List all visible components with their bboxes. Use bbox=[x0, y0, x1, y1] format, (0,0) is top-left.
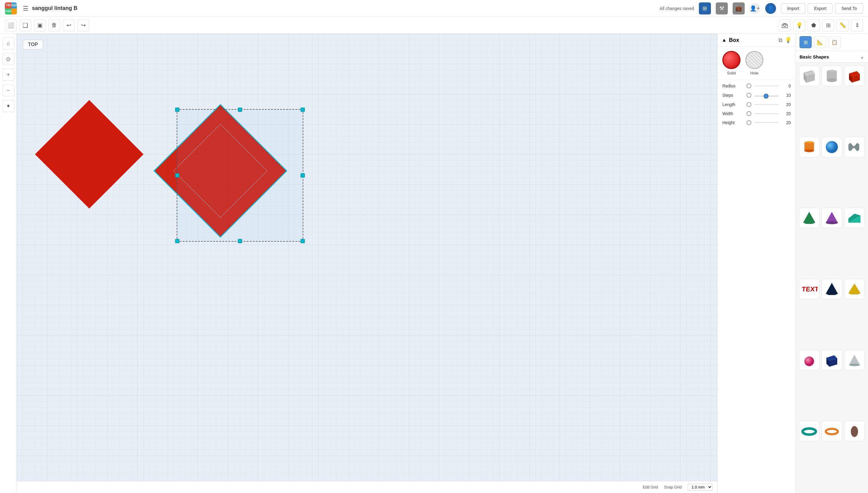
shape-donut-orange[interactable] bbox=[822, 421, 842, 441]
action-buttons: Import Export Send To bbox=[781, 3, 863, 14]
edit-grid-label[interactable]: Edit Grid bbox=[643, 485, 658, 489]
shape-sphere-magenta[interactable] bbox=[799, 350, 820, 370]
mirror-button[interactable]: ⇕ bbox=[851, 19, 863, 31]
bottom-bar: Edit Grid Snap Grid 1.0 mm 0.5 mm 2.0 mm bbox=[17, 481, 717, 493]
add-user-button[interactable]: 👤+ bbox=[749, 3, 760, 14]
solid-label: Solid bbox=[727, 71, 736, 75]
shape-wave-gray[interactable] bbox=[844, 137, 865, 157]
shape-cone-gray[interactable] bbox=[844, 350, 865, 370]
fit-button[interactable]: ⊙ bbox=[2, 53, 15, 65]
shape-header: ▲ Box ⧉ 💡 bbox=[718, 34, 796, 47]
svg-marker-20 bbox=[803, 212, 815, 224]
length-param: Length 20 bbox=[722, 102, 791, 107]
shape-cylinder-gray[interactable] bbox=[822, 66, 842, 86]
solid-option[interactable]: Solid bbox=[722, 51, 740, 75]
steps-label: Steps bbox=[722, 93, 743, 98]
canvas-area[interactable]: TOP bbox=[17, 34, 717, 493]
svg-marker-1 bbox=[35, 100, 144, 209]
grid-tab[interactable]: ⊞ bbox=[800, 36, 812, 48]
project-name[interactable]: sanggul lintang B bbox=[32, 5, 78, 12]
shape-pyramid-green[interactable] bbox=[799, 208, 820, 228]
steps-slider[interactable] bbox=[754, 95, 779, 97]
import-button[interactable]: Import bbox=[781, 3, 806, 14]
light-shape-icon[interactable]: 💡 bbox=[785, 37, 791, 43]
shape-tool-button[interactable]: ⬟ bbox=[808, 19, 820, 31]
shape-torus-teal[interactable] bbox=[799, 421, 820, 441]
grid-view-button[interactable]: ⊞ bbox=[699, 2, 711, 15]
shape-sphere-blue[interactable] bbox=[822, 137, 842, 157]
camera-button[interactable] bbox=[779, 19, 791, 31]
duplicate-button[interactable]: ❑ bbox=[19, 19, 31, 31]
category-dropdown-arrow[interactable]: ⌄ bbox=[860, 53, 864, 60]
logo: TIN KER CAD bbox=[5, 2, 17, 15]
svg-point-22 bbox=[826, 221, 838, 224]
radius-param: Radius 0 bbox=[722, 84, 791, 88]
collapse-up-icon[interactable]: ▲ bbox=[722, 37, 726, 43]
shape-pyramid-yellow[interactable] bbox=[844, 279, 865, 299]
handle-tr[interactable] bbox=[301, 108, 305, 112]
handle-bl[interactable] bbox=[175, 239, 179, 243]
logo-n: CAD bbox=[5, 8, 12, 15]
logo-t: TIN bbox=[5, 2, 12, 8]
save-status: All changes saved bbox=[660, 6, 694, 11]
shape-cylinder-orange[interactable] bbox=[799, 137, 820, 157]
shape-box-red[interactable] bbox=[844, 66, 865, 86]
ruler-tab[interactable]: 📐 bbox=[814, 36, 826, 48]
shape-box-gray-1[interactable] bbox=[799, 66, 820, 86]
undo-button[interactable]: ↩ bbox=[63, 19, 75, 31]
shape-left[interactable] bbox=[32, 94, 141, 202]
length-label: Length bbox=[722, 102, 743, 107]
width-param: Width 20 bbox=[722, 111, 791, 116]
toolbar-right: 💡 ⬟ ⊞ 📏 ⇕ bbox=[779, 19, 863, 31]
snap-grid-select[interactable]: 1.0 mm 0.5 mm 2.0 mm bbox=[688, 484, 713, 491]
align-button[interactable]: ⊞ bbox=[822, 19, 834, 31]
svg-point-37 bbox=[826, 429, 838, 434]
height-dot[interactable] bbox=[746, 120, 751, 125]
svg-marker-34 bbox=[849, 355, 860, 365]
shape-box-navy[interactable] bbox=[822, 350, 842, 370]
group-button[interactable]: ▣ bbox=[34, 19, 46, 31]
handle-tl[interactable] bbox=[175, 108, 179, 112]
hole-label: Hole bbox=[750, 71, 759, 75]
svg-marker-29 bbox=[848, 283, 861, 295]
delete-button[interactable]: 🗑 bbox=[48, 19, 60, 31]
radius-dot[interactable] bbox=[746, 84, 751, 88]
width-dot[interactable] bbox=[746, 111, 751, 116]
length-dot[interactable] bbox=[746, 102, 751, 107]
shape-wedge-teal[interactable] bbox=[844, 208, 865, 228]
zoom-in-button[interactable]: + bbox=[2, 69, 15, 81]
handle-r[interactable] bbox=[301, 173, 305, 177]
handle-l[interactable] bbox=[175, 173, 179, 177]
briefcase-button[interactable]: 💼 bbox=[733, 2, 745, 15]
home-button[interactable]: ⌂ bbox=[2, 37, 15, 49]
handle-br[interactable] bbox=[301, 239, 305, 243]
shape-egg-brown[interactable] bbox=[844, 421, 865, 441]
send-to-button[interactable]: Send To bbox=[835, 3, 863, 14]
tools-button[interactable]: ⚒ bbox=[716, 2, 728, 15]
logo-i: KER bbox=[12, 2, 17, 8]
length-value: 20 bbox=[782, 102, 791, 107]
steps-dot[interactable] bbox=[746, 93, 751, 98]
height-label: Height bbox=[722, 120, 743, 125]
zoom-out-button[interactable]: − bbox=[2, 84, 15, 97]
shapes-button[interactable]: ✦ bbox=[2, 100, 15, 112]
hole-circle bbox=[745, 51, 763, 69]
export-button[interactable]: Export bbox=[808, 3, 832, 14]
list-tab[interactable]: 📋 bbox=[828, 36, 841, 48]
left-sidebar: ⌂ ⊙ + − ✦ bbox=[0, 34, 17, 493]
handle-b[interactable] bbox=[238, 239, 242, 243]
redo-button[interactable]: ↪ bbox=[77, 19, 89, 31]
shape-prism-navy[interactable] bbox=[822, 279, 842, 299]
hole-option[interactable]: Hole bbox=[745, 51, 763, 75]
svg-point-30 bbox=[804, 357, 814, 366]
copy-shape-icon[interactable]: ⧉ bbox=[779, 37, 782, 43]
menu-icon[interactable]: ☰ bbox=[23, 5, 28, 12]
ruler-button[interactable]: 📏 bbox=[837, 19, 849, 31]
user-avatar[interactable]: 👤 bbox=[765, 3, 776, 14]
lightbulb-button[interactable]: 💡 bbox=[793, 19, 805, 31]
shape-cone-purple[interactable] bbox=[822, 208, 842, 228]
copy-to-new-button[interactable]: ⬜ bbox=[5, 19, 17, 31]
shape-text[interactable]: TEXT bbox=[799, 279, 820, 299]
solid-circle bbox=[722, 51, 740, 69]
handle-t[interactable] bbox=[238, 108, 242, 112]
